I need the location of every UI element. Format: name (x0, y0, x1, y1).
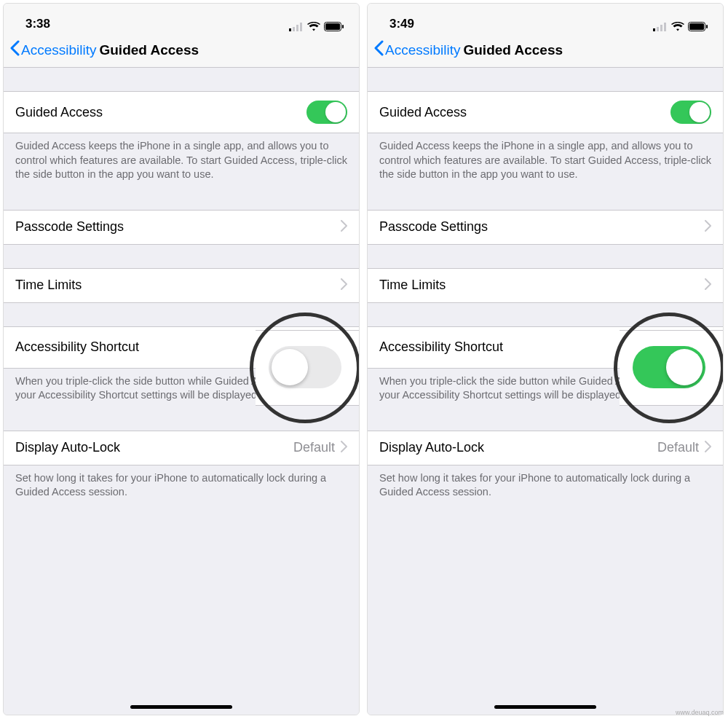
wifi-icon (671, 22, 684, 31)
row-label: Display Auto-Lock (379, 440, 484, 455)
phone-screen-right: 3:49 Accessibility Guided Access (367, 3, 724, 715)
row-display-autolock[interactable]: Display Auto-Lock Default (368, 431, 723, 465)
svg-rect-10 (664, 23, 666, 31)
cellular-signal-icon (653, 23, 668, 31)
chevron-left-icon (9, 40, 20, 60)
status-bar: 3:49 (368, 4, 723, 33)
nav-bar: Accessibility Guided Access (4, 33, 359, 68)
chevron-right-icon (341, 278, 347, 293)
toggle-guided-access[interactable] (670, 101, 711, 124)
svg-rect-5 (325, 23, 340, 30)
nav-bar: Accessibility Guided Access (368, 33, 723, 68)
row-detail-value: Default (657, 440, 699, 455)
chevron-right-icon (705, 441, 711, 455)
row-label: Display Auto-Lock (15, 440, 120, 455)
svg-rect-9 (660, 25, 662, 31)
row-detail-value: Default (293, 440, 335, 455)
cellular-signal-icon (289, 23, 304, 31)
back-button[interactable]: Accessibility (373, 40, 460, 60)
nav-title: Guided Access (99, 42, 199, 58)
row-label: Passcode Settings (15, 219, 124, 235)
svg-rect-8 (657, 27, 659, 31)
status-time: 3:49 (389, 17, 414, 31)
status-time: 3:38 (25, 17, 50, 31)
row-label: Passcode Settings (379, 219, 488, 235)
chevron-right-icon (341, 220, 347, 235)
row-time-limits[interactable]: Time Limits (4, 268, 359, 303)
svg-rect-6 (342, 25, 344, 28)
status-icons (653, 22, 708, 31)
svg-rect-13 (706, 25, 708, 28)
row-label: Time Limits (379, 278, 446, 293)
chevron-left-icon (373, 40, 384, 60)
battery-icon (324, 22, 344, 31)
back-label: Accessibility (385, 42, 460, 58)
back-button[interactable]: Accessibility (9, 40, 96, 60)
row-guided-access[interactable]: Guided Access (368, 91, 723, 133)
zoomed-toggle-accessibility-shortcut[interactable] (269, 346, 341, 388)
battery-icon (688, 22, 708, 31)
guided-access-footer: Guided Access keeps the iPhone in a sing… (368, 133, 723, 189)
row-guided-access[interactable]: Guided Access (4, 91, 359, 133)
row-label: Guided Access (15, 105, 103, 120)
home-indicator[interactable] (494, 705, 596, 709)
zoomed-toggle-accessibility-shortcut[interactable] (633, 346, 705, 388)
status-icons (289, 22, 344, 31)
svg-rect-3 (300, 23, 302, 31)
phone-screen-left: 3:38 Accessibility Guided Access (3, 3, 360, 715)
chevron-right-icon (705, 220, 711, 235)
chevron-right-icon (341, 441, 347, 455)
back-label: Accessibility (21, 42, 96, 58)
row-label: Accessibility Shortcut (15, 339, 139, 355)
row-passcode-settings[interactable]: Passcode Settings (368, 210, 723, 245)
nav-title: Guided Access (463, 42, 563, 58)
autolock-footer: Set how long it takes for your iPhone to… (368, 465, 723, 507)
row-label: Accessibility Shortcut (379, 339, 503, 355)
svg-rect-7 (653, 28, 655, 31)
status-bar: 3:38 (4, 4, 359, 33)
svg-rect-0 (289, 28, 291, 31)
chevron-right-icon (705, 278, 711, 293)
svg-rect-12 (689, 23, 704, 30)
guided-access-footer: Guided Access keeps the iPhone in a sing… (4, 133, 359, 189)
svg-rect-2 (296, 25, 298, 31)
home-indicator[interactable] (130, 705, 232, 709)
row-passcode-settings[interactable]: Passcode Settings (4, 210, 359, 245)
autolock-footer: Set how long it takes for your iPhone to… (4, 465, 359, 507)
wifi-icon (307, 22, 320, 31)
watermark: www.deuaq.com (676, 709, 724, 716)
row-label: Time Limits (15, 278, 82, 293)
row-label: Guided Access (379, 105, 467, 120)
row-time-limits[interactable]: Time Limits (368, 268, 723, 303)
row-display-autolock[interactable]: Display Auto-Lock Default (4, 431, 359, 465)
toggle-guided-access[interactable] (306, 101, 347, 124)
svg-rect-1 (293, 27, 295, 31)
